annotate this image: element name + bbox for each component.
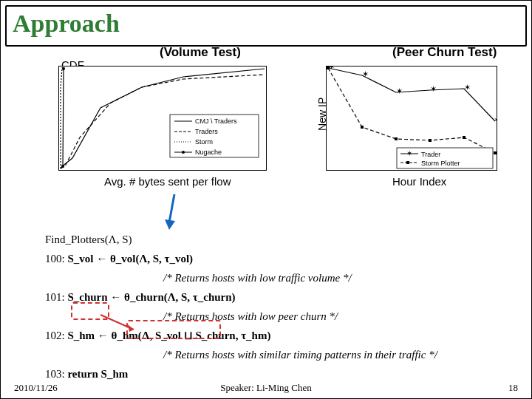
xlabel-right: Hour Index: [392, 175, 446, 188]
title-bar: Approach: [5, 5, 527, 47]
svg-rect-19: [494, 151, 497, 154]
footer-page: 18: [508, 382, 518, 394]
arrow-icon: [163, 193, 185, 230]
svg-text:✶: ✶: [396, 86, 403, 95]
line103-lhs: return S_hm: [67, 368, 128, 380]
legend-storm: Storm: [195, 138, 213, 146]
svg-marker-26: [165, 219, 175, 230]
svg-rect-17: [429, 139, 432, 142]
chart-peer-churn-svg: ✶✶✶ ✶✶✶ ✶ Trader Storm Plotter: [327, 66, 497, 170]
svg-line-25: [169, 194, 174, 222]
svg-text:✶: ✶: [430, 84, 437, 93]
subtitle-peer-churn-test: (Peer Churn Test): [392, 45, 497, 60]
line102-comment: /* Returns hosts with similar timing pat…: [163, 349, 437, 361]
legend-traders: Traders: [195, 128, 218, 135]
svg-point-1: [62, 67, 65, 70]
line100-lhs: S_vol ← θ_vol(Λ, S, τ_vol): [67, 253, 193, 265]
svg-marker-28: [128, 324, 134, 332]
svg-text:✶: ✶: [362, 69, 369, 78]
algo-fn: Find_Plotters(Λ, S): [45, 233, 132, 245]
line101-no: 101:: [45, 291, 65, 303]
footer-date: 2010/11/26: [14, 382, 58, 394]
chart-volume-test: CMJ \ Traders Traders Storm Nugache: [58, 66, 267, 171]
footer-speaker: Speaker: Li-Ming Chen: [220, 382, 311, 394]
svg-text:✶: ✶: [464, 83, 471, 92]
svg-rect-16: [395, 137, 398, 140]
xlabel-left: Avg. # bytes sent per flow: [104, 175, 231, 188]
subtitle-volume-test: (Volume Test): [160, 45, 241, 60]
line100-comment: /* Returns hosts with low traffic volume…: [163, 272, 352, 284]
chart-volume-svg: CMJ \ Traders Traders Storm Nugache: [59, 66, 266, 170]
legend-trader: Trader: [421, 151, 440, 158]
svg-rect-14: [327, 66, 330, 69]
legend-storm-plotter: Storm Plotter: [421, 160, 460, 167]
chart-peer-churn: ✶✶✶ ✶✶✶ ✶ Trader Storm Plotter: [326, 66, 497, 171]
line102-no: 102:: [45, 330, 65, 341]
svg-rect-15: [361, 126, 364, 129]
line100-no: 100:: [45, 253, 65, 265]
svg-point-7: [182, 151, 185, 154]
legend-nugache: Nugache: [195, 149, 222, 156]
svg-point-0: [61, 165, 64, 168]
legend-cmj: CMJ \ Traders: [195, 117, 237, 125]
red-arrow-icon: [97, 311, 141, 333]
svg-rect-18: [463, 136, 466, 139]
svg-text:✶: ✶: [494, 115, 497, 124]
line103-no: 103:: [45, 368, 65, 380]
slide-title: Approach: [13, 10, 120, 38]
line101-lhs: S_churn ← θ_churn(Λ, S, τ_churn): [67, 291, 235, 303]
